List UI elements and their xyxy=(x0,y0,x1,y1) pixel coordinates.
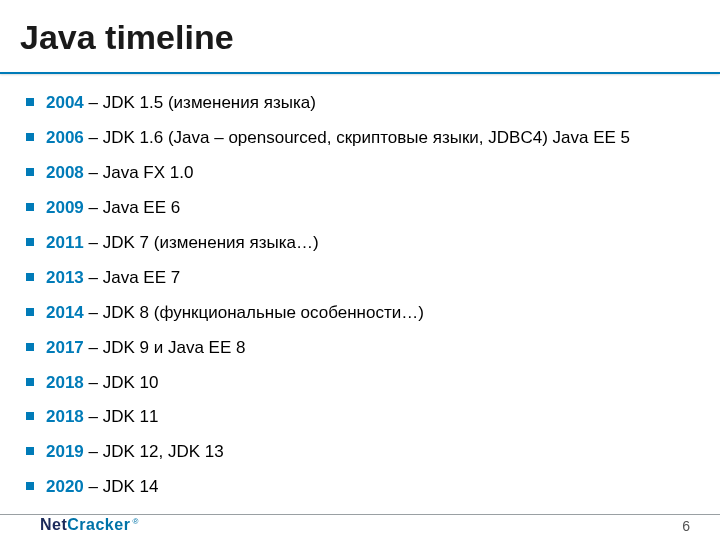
timeline-year: 2018 xyxy=(46,373,84,392)
timeline-desc: – JDK 8 (функциональные особенности…) xyxy=(84,303,424,322)
timeline-desc: – JDK 7 (изменения языка…) xyxy=(84,233,319,252)
timeline-year: 2018 xyxy=(46,407,84,426)
list-item: 2018 – JDK 10 xyxy=(20,372,700,395)
footer: NetCracker® 6 xyxy=(0,494,720,540)
timeline-desc: – JDK 1.6 (Java – opensourced, скриптовы… xyxy=(84,128,630,147)
list-item: 2009 – Java EE 6 xyxy=(20,197,700,220)
list-item: 2004 – JDK 1.5 (изменения языка) xyxy=(20,92,700,115)
timeline-year: 2009 xyxy=(46,198,84,217)
content-area: 2004 – JDK 1.5 (изменения языка) 2006 – … xyxy=(20,92,700,511)
title-divider xyxy=(0,72,720,74)
page-number: 6 xyxy=(682,518,690,534)
list-item: 2008 – Java FX 1.0 xyxy=(20,162,700,185)
logo-part-net: Net xyxy=(40,516,67,533)
slide-title: Java timeline xyxy=(20,18,234,57)
timeline-desc: – JDK 1.5 (изменения языка) xyxy=(84,93,316,112)
list-item: 2018 – JDK 11 xyxy=(20,406,700,429)
list-item: 2017 – JDK 9 и Java EE 8 xyxy=(20,337,700,360)
timeline-desc: – Java EE 6 xyxy=(84,198,180,217)
list-item: 2011 – JDK 7 (изменения языка…) xyxy=(20,232,700,255)
timeline-desc: – Java FX 1.0 xyxy=(84,163,194,182)
timeline-year: 2019 xyxy=(46,442,84,461)
timeline-desc: – JDK 12, JDK 13 xyxy=(84,442,224,461)
timeline-year: 2013 xyxy=(46,268,84,287)
list-item: 2013 – Java EE 7 xyxy=(20,267,700,290)
timeline-year: 2017 xyxy=(46,338,84,357)
timeline-desc: – JDK 11 xyxy=(84,407,159,426)
timeline-year: 2008 xyxy=(46,163,84,182)
timeline-year: 2004 xyxy=(46,93,84,112)
list-item: 2019 – JDK 12, JDK 13 xyxy=(20,441,700,464)
list-item: 2006 – JDK 1.6 (Java – opensourced, скри… xyxy=(20,127,700,150)
timeline-year: 2014 xyxy=(46,303,84,322)
timeline-year: 2011 xyxy=(46,233,84,252)
logo-part-cracker: Cracker xyxy=(67,516,130,533)
timeline-list: 2004 – JDK 1.5 (изменения языка) 2006 – … xyxy=(20,92,700,499)
timeline-desc: – JDK 9 и Java EE 8 xyxy=(84,338,246,357)
logo-registered: ® xyxy=(132,517,138,526)
netcracker-logo: NetCracker® xyxy=(40,516,139,534)
timeline-desc: – JDK 10 xyxy=(84,373,159,392)
list-item: 2014 – JDK 8 (функциональные особенности… xyxy=(20,302,700,325)
footer-divider xyxy=(0,514,720,515)
timeline-year: 2006 xyxy=(46,128,84,147)
slide: Java timeline 2004 – JDK 1.5 (изменения … xyxy=(0,0,720,540)
timeline-desc: – Java EE 7 xyxy=(84,268,180,287)
